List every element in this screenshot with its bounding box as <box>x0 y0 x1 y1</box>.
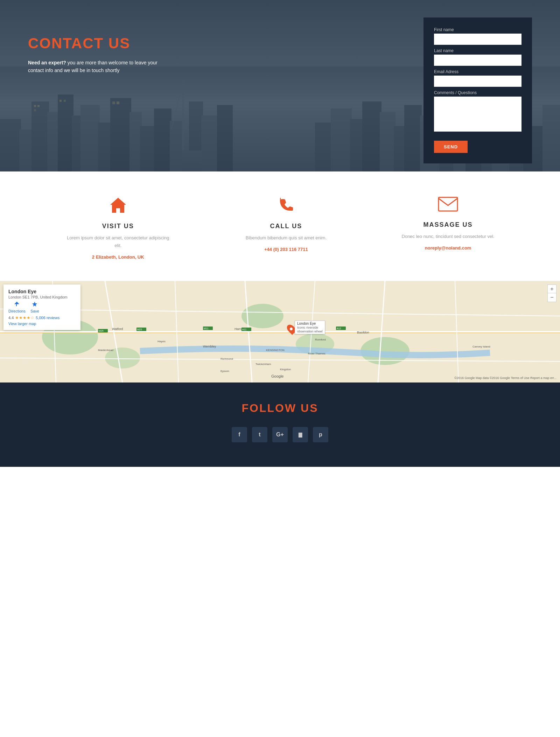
zoom-in-button[interactable]: + <box>548 285 556 293</box>
message-us-card: MASSAGE US Donec leo nunc, tincidunt sed… <box>402 196 495 251</box>
hero-content-left: CONTACT US Need an expert? you are more … <box>28 21 168 75</box>
last-name-label: Last name <box>434 48 522 53</box>
map-rating-row: 4.4 ★★★★☆ 5,006 reviews <box>8 315 76 320</box>
zoom-out-button[interactable]: − <box>548 293 556 302</box>
star-icon <box>32 301 37 308</box>
svg-text:Kingston: Kingston <box>280 368 291 371</box>
follow-section: FOLLOW US f t G+ ▇ p <box>0 382 560 467</box>
facebook-label: f <box>238 431 240 438</box>
svg-rect-43 <box>439 197 457 211</box>
instagram-icon[interactable]: ▇ <box>293 427 308 442</box>
visit-us-card: VISIT US Lorem ipsum dolor sit amet, con… <box>65 196 170 260</box>
map-place-name: London Eye <box>8 289 76 294</box>
follow-title: FOLLOW US <box>28 402 532 415</box>
envelope-icon <box>402 196 495 216</box>
view-larger-map-link[interactable]: View larger map <box>8 322 76 326</box>
home-icon <box>65 196 170 218</box>
svg-text:Basildon: Basildon <box>357 331 369 334</box>
svg-text:A11: A11 <box>242 328 247 331</box>
hero-section: CONTACT US Need an expert? you are more … <box>0 0 560 171</box>
google-plus-label: G+ <box>276 431 284 438</box>
svg-text:Hayes: Hayes <box>158 340 166 343</box>
comments-group: Comments / Questions <box>434 90 522 133</box>
contact-form: First name Last name Email Adress Commen… <box>424 17 532 163</box>
svg-text:Epsom: Epsom <box>220 370 229 373</box>
first-name-group: First name <box>434 27 522 45</box>
first-name-input[interactable] <box>434 34 522 45</box>
map-pin-label: London Eye Iconic riversideobservation w… <box>295 321 325 334</box>
svg-text:M25: M25 <box>137 328 142 331</box>
svg-text:Twickenham: Twickenham <box>255 363 271 366</box>
page-title: CONTACT US <box>28 35 168 52</box>
comments-textarea[interactable] <box>434 97 522 132</box>
info-section: VISIT US Lorem ipsum dolor sit amet, con… <box>0 171 560 281</box>
svg-text:Wembley: Wembley <box>203 345 216 348</box>
map-background: Watford Harrow Maidenhead Hayes Wembley … <box>0 281 560 382</box>
call-us-card: CALL US Bibendum bibendum quis sit amet … <box>246 196 327 252</box>
map-stars: ★★★★☆ <box>15 315 34 320</box>
last-name-input[interactable] <box>434 55 522 66</box>
save-button[interactable]: Save <box>30 301 39 313</box>
message-us-link[interactable]: noreply@noland.com <box>425 245 471 251</box>
map-actions: Directions Save <box>8 301 76 313</box>
visit-us-desc: Lorem ipsum dolor sit amet, consectetur … <box>65 234 170 250</box>
visit-us-title: VISIT US <box>65 223 170 230</box>
email-group: Email Adress <box>434 69 522 87</box>
message-us-title: MASSAGE US <box>402 221 495 229</box>
comments-label: Comments / Questions <box>434 90 522 95</box>
directions-icon <box>14 301 20 308</box>
hero-desc-bold: Need an expert? <box>28 60 66 65</box>
google-plus-icon[interactable]: G+ <box>272 427 288 442</box>
svg-text:River Thames: River Thames <box>308 352 326 355</box>
map-roads-svg: Watford Harrow Maidenhead Hayes Wembley … <box>0 281 560 382</box>
save-label: Save <box>30 309 39 313</box>
instagram-label: ▇ <box>299 432 302 437</box>
facebook-icon[interactable]: f <box>232 427 247 442</box>
map-reviews-link[interactable]: 5,006 reviews <box>36 316 59 320</box>
svg-text:Romford: Romford <box>315 338 326 341</box>
map-section: Watford Harrow Maidenhead Hayes Wembley … <box>0 281 560 382</box>
svg-text:M25: M25 <box>99 330 104 332</box>
hero-description: Need an expert? you are more than welcom… <box>28 59 168 75</box>
svg-text:M11: M11 <box>204 327 209 330</box>
message-us-desc: Donec leo nunc, tincidunt sed consectetu… <box>402 233 495 240</box>
first-name-label: First name <box>434 27 522 32</box>
call-us-title: CALL US <box>246 223 327 230</box>
directions-label: Directions <box>8 309 26 313</box>
svg-text:Richmond: Richmond <box>220 357 233 360</box>
map-rating: 4.4 <box>8 316 14 320</box>
map-pin[interactable]: London Eye Iconic riversideobservation w… <box>288 324 295 334</box>
email-input[interactable] <box>434 76 522 87</box>
send-button[interactable]: SEND <box>434 141 468 153</box>
call-us-link[interactable]: +44 (0) 203 116 7711 <box>264 247 308 252</box>
pinterest-icon[interactable]: p <box>313 427 328 442</box>
visit-us-link[interactable]: 2 Elizabeth, London, UK <box>92 254 144 260</box>
map-place-address: London SE1 7PB, United Kingdom <box>8 295 76 299</box>
svg-text:Maidenhead: Maidenhead <box>98 349 113 352</box>
svg-text:A12: A12 <box>337 327 341 330</box>
map-watermark: Google <box>271 373 289 380</box>
map-copyright: ©2016 Google Map data ©2016 Google Terms… <box>454 376 556 380</box>
svg-text:Watford: Watford <box>112 327 123 331</box>
social-icons-container: f t G+ ▇ p <box>28 427 532 442</box>
email-label: Email Adress <box>434 69 522 74</box>
twitter-label: t <box>259 431 260 438</box>
svg-text:Google: Google <box>271 374 284 378</box>
svg-text:KENSINGTON: KENSINGTON <box>266 349 285 352</box>
twitter-icon[interactable]: t <box>252 427 267 442</box>
call-us-desc: Bibendum bibendum quis sit amet enim. <box>246 234 327 242</box>
map-zoom-controls: + − <box>547 285 556 302</box>
phone-icon <box>246 196 327 218</box>
directions-button[interactable]: Directions <box>8 301 26 313</box>
svg-text:Canvey Island: Canvey Island <box>472 345 490 348</box>
last-name-group: Last name <box>434 48 522 66</box>
pinterest-label: p <box>319 431 322 438</box>
map-info-panel: London Eye London SE1 7PB, United Kingdo… <box>4 285 80 330</box>
